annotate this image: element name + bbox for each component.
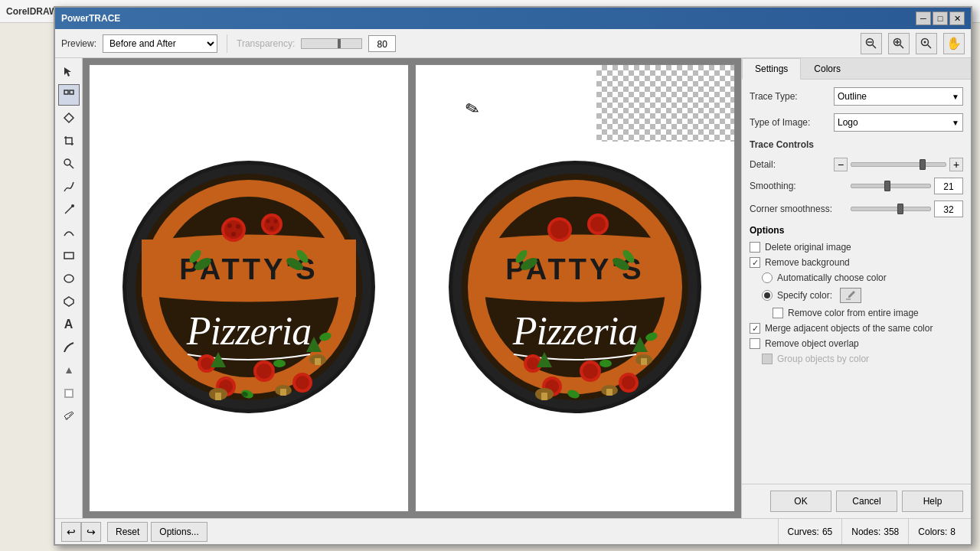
remove-overlap-checkbox[interactable] <box>750 338 760 349</box>
remove-background-checkbox[interactable] <box>750 257 760 268</box>
undo-button[interactable]: ↩ <box>61 522 81 542</box>
colors-label: Colors: <box>918 527 947 537</box>
corner-track[interactable] <box>851 207 931 211</box>
svg-point-44 <box>256 364 272 379</box>
delete-original-checkbox[interactable] <box>750 242 760 253</box>
svg-point-73 <box>550 220 569 239</box>
svg-point-75 <box>590 217 606 232</box>
corner-row: Corner smoothness: 32 <box>750 201 963 217</box>
pen-tool[interactable] <box>58 199 80 220</box>
transform-tool[interactable] <box>58 107 80 129</box>
remove-color-image-checkbox[interactable] <box>773 308 783 318</box>
corel-title: CorelDRAW <box>6 6 57 17</box>
dialog-maximize-button[interactable]: □ <box>933 11 948 25</box>
dialog-close-button[interactable]: ✕ <box>949 11 965 25</box>
text-tool[interactable]: A <box>58 314 80 335</box>
settings-panel: Trace Type: Outline ▼ Type of Image: Log… <box>742 80 971 484</box>
powertrace-dialog: PowerTRACE ─ □ ✕ Preview: Before and Aft… <box>54 6 972 546</box>
svg-point-14 <box>71 204 74 207</box>
dialog-toolbar: Preview: Before and After Before After W… <box>55 29 971 58</box>
right-panel: Settings Colors Trace Type: Outline ▼ <box>741 58 971 518</box>
ok-button[interactable]: OK <box>770 491 831 512</box>
svg-point-77 <box>583 364 598 379</box>
auto-color-label: Automatically choose color <box>777 272 887 283</box>
merge-adjacent-checkbox[interactable] <box>750 323 760 334</box>
dialog-titlebar: PowerTRACE ─ □ ✕ <box>55 8 971 29</box>
type-of-image-arrow: ▼ <box>952 119 959 127</box>
color-picker-button[interactable] <box>840 288 861 303</box>
help-button[interactable]: Help <box>902 491 963 512</box>
svg-text:Pizzeria: Pizzeria <box>512 309 637 353</box>
svg-rect-89 <box>606 389 612 396</box>
crop-tool[interactable] <box>58 130 80 152</box>
reset-button[interactable]: Reset <box>107 522 148 542</box>
trace-type-dropdown[interactable]: Outline ▼ <box>834 87 963 106</box>
detail-minus[interactable]: − <box>834 158 848 171</box>
remove-overlap-row: Remove object overlap <box>750 338 963 349</box>
dialog-minimize-button[interactable]: ─ <box>916 11 931 25</box>
zoom-in-button[interactable] <box>888 33 910 54</box>
zoom-tool[interactable] <box>58 153 80 174</box>
polygon-tool[interactable] <box>58 291 80 312</box>
corner-label: Corner smoothness: <box>750 204 834 214</box>
specify-color-radio[interactable] <box>762 290 773 301</box>
svg-line-4 <box>900 44 904 48</box>
dialog-title-controls: ─ □ ✕ <box>916 11 965 25</box>
svg-point-50 <box>201 357 213 370</box>
trace-type-value: Outline <box>838 91 867 102</box>
trace-type-label: Trace Type: <box>750 91 834 102</box>
svg-point-36 <box>236 224 240 229</box>
dialog-buttons: OK Cancel Help <box>742 484 971 518</box>
svg-rect-85 <box>541 393 547 400</box>
freehand-tool[interactable] <box>58 176 80 197</box>
zoom-out-button[interactable] <box>861 33 882 54</box>
svg-rect-54 <box>315 358 321 365</box>
detail-thumb[interactable] <box>920 159 926 170</box>
select-tool[interactable] <box>58 61 80 83</box>
type-of-image-dropdown[interactable]: Logo ▼ <box>834 113 963 132</box>
tab-settings[interactable]: Settings <box>742 58 801 80</box>
remove-background-row: Remove background <box>750 257 963 268</box>
nodes-label: Nodes: <box>851 527 880 537</box>
svg-point-41 <box>274 220 278 223</box>
shape-tool[interactable] <box>58 84 80 106</box>
zoom-fit-button[interactable] <box>916 33 937 54</box>
ellipse-tool[interactable] <box>58 268 80 289</box>
auto-color-radio[interactable] <box>762 272 773 283</box>
options-button[interactable]: Options... <box>151 522 207 542</box>
trace-controls-title: Trace Controls <box>750 139 963 150</box>
after-pizza-image: PATTY'S Pizzeria <box>445 157 705 419</box>
before-panel: PATTY'S Pizzeria <box>89 64 409 512</box>
specify-color-row: Specify color: <box>750 288 963 303</box>
smart-draw-tool[interactable] <box>58 222 80 243</box>
rect-tool[interactable] <box>58 245 80 266</box>
before-pizza-image: PATTY'S Pizzeria <box>119 157 379 419</box>
trace-type-row: Trace Type: Outline ▼ <box>750 87 963 106</box>
tab-colors[interactable]: Colors <box>801 58 854 79</box>
smoothing-track[interactable] <box>851 184 931 188</box>
preview-dropdown[interactable]: Before and After Before After Wireframe … <box>103 34 217 53</box>
eyedropper-tool[interactable] <box>58 406 80 427</box>
type-of-image-label: Type of Image: <box>750 117 834 128</box>
smoothing-slider-container: 21 <box>834 178 963 194</box>
svg-rect-93 <box>846 298 851 300</box>
svg-line-13 <box>70 165 74 168</box>
corner-thumb[interactable] <box>897 204 903 214</box>
svg-point-42 <box>270 227 274 230</box>
svg-point-12 <box>64 159 70 165</box>
redo-button[interactable]: ↪ <box>81 522 101 542</box>
smoothing-thumb[interactable] <box>884 181 890 191</box>
pan-button[interactable]: ✋ <box>943 33 965 54</box>
smart-fill-tool[interactable] <box>58 383 80 404</box>
transparency-indicator <box>596 65 734 142</box>
detail-plus[interactable]: + <box>949 158 963 171</box>
cancel-button[interactable]: Cancel <box>836 491 897 512</box>
curves-value: 65 <box>822 527 832 537</box>
svg-rect-19 <box>66 390 72 396</box>
smoothing-value[interactable]: 21 <box>934 178 963 194</box>
corner-value[interactable]: 32 <box>934 201 963 217</box>
interactive-fill-tool[interactable] <box>58 360 80 381</box>
artistic-media-tool[interactable] <box>58 337 80 358</box>
detail-track[interactable] <box>851 162 946 167</box>
transparency-slider[interactable] <box>301 38 362 49</box>
